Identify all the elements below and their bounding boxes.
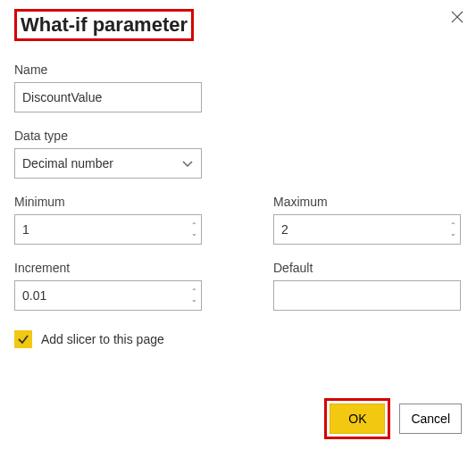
add-slicer-checkbox[interactable] bbox=[14, 330, 32, 348]
maximum-input[interactable] bbox=[273, 214, 461, 245]
title-highlight: What-if parameter bbox=[14, 9, 194, 41]
maximum-label: Maximum bbox=[273, 195, 461, 209]
default-input[interactable] bbox=[273, 280, 461, 311]
cancel-button[interactable]: Cancel bbox=[399, 404, 462, 434]
add-slicer-label: Add slicer to this page bbox=[41, 332, 164, 346]
increment-label: Increment bbox=[14, 261, 202, 275]
dialog-title: What-if parameter bbox=[19, 12, 189, 38]
ok-button[interactable]: OK bbox=[330, 404, 385, 434]
ok-highlight: OK bbox=[324, 398, 390, 439]
increment-input[interactable] bbox=[14, 280, 202, 311]
name-label: Name bbox=[14, 62, 462, 77]
data-type-label: Data type bbox=[14, 129, 462, 143]
minimum-input[interactable] bbox=[14, 214, 202, 245]
name-input[interactable] bbox=[14, 82, 202, 112]
close-icon[interactable] bbox=[451, 9, 463, 28]
data-type-select[interactable] bbox=[14, 148, 202, 179]
default-label: Default bbox=[273, 261, 461, 275]
minimum-label: Minimum bbox=[14, 195, 202, 209]
